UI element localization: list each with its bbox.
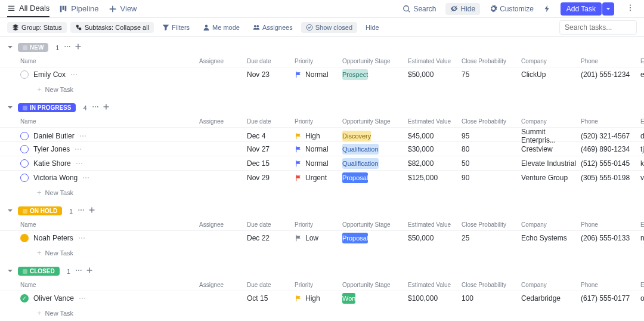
status-circle-icon[interactable] [20,159,29,168]
subtasks-pill[interactable]: Subtasks: Collapse all [70,22,154,33]
task-name[interactable]: Oliver Vance [33,294,74,303]
search-tasks-input[interactable] [559,20,637,35]
due-date[interactable]: Oct 15 [247,294,295,303]
due-date[interactable]: Dec 22 [247,234,295,242]
col-header-phone[interactable]: Phone [581,282,640,288]
phone[interactable]: (305) 555-0198 [581,174,640,182]
group-collapse-toggle[interactable] [7,44,13,52]
stage-pill[interactable]: Proposal [342,172,368,183]
email[interactable]: npeters@ [640,234,644,242]
priority-flag-icon[interactable] [295,174,302,181]
due-date[interactable]: Nov 23 [247,70,295,79]
task-name[interactable]: Emily Cox [33,70,66,79]
customize-button[interactable]: Customize [490,5,534,13]
col-header-due-date[interactable]: Due date [247,118,295,125]
task-name[interactable]: Katie Shore [33,159,71,168]
due-date[interactable]: Nov 27 [247,145,295,153]
more-menu-button[interactable] [624,4,637,14]
col-header-assignee[interactable]: Assignee [199,118,247,125]
group-status-chip[interactable]: CLOSED [18,267,60,276]
close-probability[interactable]: 25 [462,234,521,242]
status-circle-icon[interactable] [20,70,29,79]
status-circle-icon[interactable] [20,132,29,140]
new-task-button[interactable]: +New Task [0,184,644,200]
tab-all-deals[interactable]: All Deals [7,0,49,17]
task-more-icon[interactable]: ⋯ [82,174,89,182]
priority-flag-icon[interactable] [295,146,302,153]
col-header-close-prob[interactable]: Close Probability [462,118,521,125]
due-date[interactable]: Dec 4 [247,132,295,140]
group-status-chip[interactable]: NEW [18,43,48,52]
automation-button[interactable] [543,5,551,13]
task-row[interactable]: Daniel Butler ⋯ Dec 4 High Discovery $45… [0,127,644,141]
group-collapse-toggle[interactable] [7,104,13,112]
task-row[interactable]: ✓ Oliver Vance ⋯ Oct 15 High Won $100,00… [0,291,644,305]
priority-flag-icon[interactable] [295,295,302,302]
col-header-email[interactable]: Email [640,282,644,288]
estimated-value[interactable]: $50,000 [408,234,462,242]
hide-button[interactable]: Hide [445,3,480,15]
group-more-button[interactable] [64,43,71,52]
col-header-stage[interactable]: Opportunity Stage [342,58,408,64]
email[interactable]: ovance@ [640,294,644,303]
task-name[interactable]: Tyler Jones [33,145,70,153]
company[interactable]: Crestview [521,145,581,153]
me-mode-button[interactable]: Me mode [198,22,244,33]
search-button[interactable]: Search [402,5,436,13]
task-more-icon[interactable]: ⋯ [79,132,86,140]
close-probability[interactable]: 50 [462,159,521,168]
show-closed-button[interactable]: Show closed [301,22,357,33]
close-probability[interactable]: 75 [462,70,521,79]
group-add-task-button[interactable] [88,206,95,215]
task-more-icon[interactable]: ⋯ [79,294,86,303]
company[interactable]: Venture Group [521,174,581,182]
estimated-value[interactable]: $100,000 [408,294,462,303]
add-task-dropdown[interactable] [602,2,614,16]
col-header-company[interactable]: Company [521,221,581,228]
status-circle-icon[interactable] [20,234,29,242]
close-probability[interactable]: 80 [462,145,521,153]
task-more-icon[interactable]: ⋯ [75,145,82,153]
add-view-button[interactable]: View [109,0,137,17]
phone[interactable]: (512) 555-0145 [581,159,640,168]
new-task-button[interactable]: +New Task [0,305,644,321]
stage-pill[interactable]: Qualification [342,158,379,169]
col-header-est-value[interactable]: Estimated Value [408,118,462,125]
estimated-value[interactable]: $125,000 [408,174,462,182]
col-header-close-prob[interactable]: Close Probability [462,282,521,288]
task-more-icon[interactable]: ⋯ [76,159,83,168]
stage-pill[interactable]: Prospect [342,69,368,80]
close-probability[interactable]: 95 [462,132,521,140]
group-status-chip[interactable]: ON HOLD [18,206,62,215]
priority-flag-icon[interactable] [295,234,302,242]
company[interactable]: Echo Systems [521,234,581,242]
estimated-value[interactable]: $45,000 [408,132,462,140]
group-pill[interactable]: Group: Status [7,22,67,33]
col-header-priority[interactable]: Priority [295,118,342,125]
estimated-value[interactable]: $82,000 [408,159,462,168]
new-task-button[interactable]: +New Task [0,81,644,97]
group-more-button[interactable] [75,267,82,276]
due-date[interactable]: Nov 29 [247,174,295,182]
email[interactable]: kshore@ [640,159,644,168]
col-header-name[interactable]: Name [20,282,199,288]
group-add-task-button[interactable] [103,103,110,112]
company[interactable]: Summit Enterpris... [521,128,581,144]
phone[interactable]: (206) 555-0133 [581,234,640,242]
col-header-email[interactable]: Email [640,58,644,64]
estimated-value[interactable]: $50,000 [408,70,462,79]
col-header-assignee[interactable]: Assignee [199,58,247,64]
tab-pipeline[interactable]: Pipeline [59,0,98,17]
email[interactable]: tjones@c [640,145,644,153]
company[interactable]: Cedarbridge [521,294,581,303]
status-circle-icon[interactable] [20,145,29,153]
col-header-priority[interactable]: Priority [295,221,342,228]
col-header-company[interactable]: Company [521,282,581,288]
hide-columns-button[interactable]: Hide [361,22,384,33]
group-collapse-toggle[interactable] [7,267,13,276]
task-row[interactable]: Katie Shore ⋯ Dec 15 Normal Qualificatio… [0,156,644,170]
group-add-task-button[interactable] [75,43,82,52]
col-header-email[interactable]: Email [640,118,644,125]
group-more-button[interactable] [78,206,85,215]
col-header-due-date[interactable]: Due date [247,58,295,64]
